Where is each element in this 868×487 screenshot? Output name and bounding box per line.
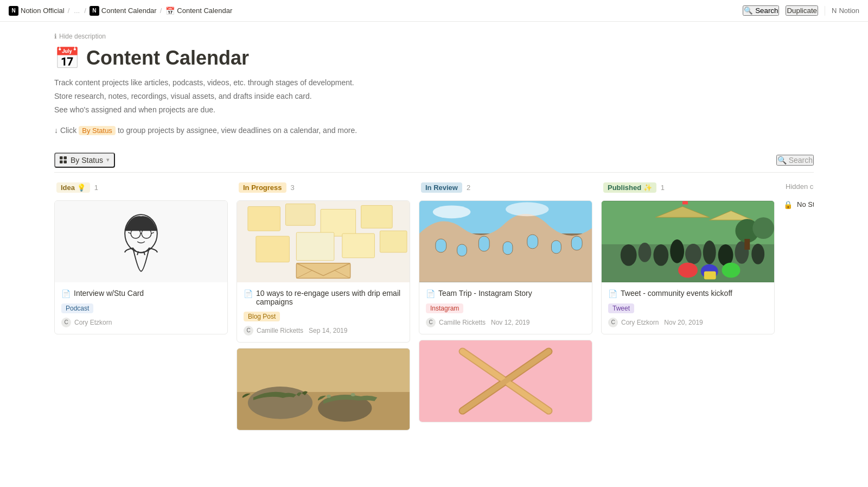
toolbar-left: By Status ▾ bbox=[54, 153, 115, 168]
card-title-text: Interview w/Stu Card bbox=[74, 289, 144, 298]
svg-rect-0 bbox=[60, 156, 63, 160]
card-title-text: Team Trip - Instagram Story bbox=[438, 289, 532, 298]
no-status-item[interactable]: 🔒No Status1 bbox=[783, 198, 814, 211]
hide-description-toggle[interactable]: ℹ Hide description bbox=[54, 33, 814, 40]
svg-rect-18 bbox=[342, 233, 375, 258]
column-label-inreview: In Review bbox=[421, 182, 462, 193]
svg-rect-28 bbox=[436, 239, 446, 252]
column-header-idea: Idea 💡1 bbox=[54, 179, 228, 196]
board-search-button[interactable]: 🔍 Search bbox=[776, 155, 814, 166]
notion-brand-icon: N bbox=[832, 7, 837, 15]
card-body: 📄Team Trip - Instagram StoryInstagramCCa… bbox=[419, 282, 592, 334]
hidden-columns-header: Hidden columns bbox=[783, 179, 814, 194]
svg-rect-2 bbox=[60, 160, 63, 163]
svg-rect-13 bbox=[285, 204, 315, 225]
card[interactable]: 📄Tweet - community events kickoffTweetCC… bbox=[601, 200, 775, 334]
svg-point-35 bbox=[433, 205, 471, 218]
card-author: Cory Etzkorn bbox=[74, 319, 112, 326]
page-content: ℹ Hide description 📅 Content Calendar Tr… bbox=[11, 22, 857, 436]
page-description: Track content projects like articles, po… bbox=[54, 76, 814, 117]
svg-line-9 bbox=[151, 232, 154, 233]
svg-rect-16 bbox=[256, 236, 290, 262]
svg-rect-30 bbox=[478, 236, 489, 251]
svg-rect-1 bbox=[64, 156, 67, 160]
click-hint: ↓ Click By Status to group projects by a… bbox=[54, 126, 814, 135]
toolbar-right: 🔍 Search bbox=[776, 155, 814, 166]
svg-point-26 bbox=[351, 393, 355, 396]
column-idea: Idea 💡1 📄Interview w/Stu CardPodcastCCor bbox=[54, 179, 228, 436]
breadcrumb-content-calendar-page[interactable]: Content Calendar bbox=[177, 7, 232, 15]
column-inprogress: In Progress3 📄10 ways to re-engage users… bbox=[237, 179, 410, 436]
breadcrumb-notion-official[interactable]: Notion Official bbox=[21, 7, 65, 15]
no-status-icon: 🔒 bbox=[783, 200, 793, 209]
card[interactable] bbox=[419, 340, 592, 422]
svg-point-52 bbox=[703, 241, 716, 264]
svg-point-47 bbox=[621, 244, 637, 266]
card-title-text: 10 ways to re-engage users with drip ema… bbox=[256, 289, 403, 306]
avatar: C bbox=[608, 318, 618, 327]
card-tag[interactable]: Podcast bbox=[61, 303, 93, 313]
card-tags: Tweet bbox=[608, 303, 768, 313]
card-date: Nov 20, 2019 bbox=[664, 319, 703, 326]
svg-line-8 bbox=[128, 232, 131, 233]
column-label-inprogress: In Progress bbox=[239, 182, 286, 193]
notion-icon: N bbox=[9, 6, 18, 16]
card-tags: Instagram bbox=[426, 303, 585, 313]
card-meta: CCamille RickettsNov 12, 2019 bbox=[426, 318, 585, 327]
svg-point-62 bbox=[752, 217, 774, 239]
breadcrumb: N Notion Official / ... / N Content Cale… bbox=[9, 6, 232, 16]
card[interactable]: 📄10 ways to re-engage users with drip em… bbox=[237, 200, 410, 343]
card-author: Camille Ricketts bbox=[257, 327, 303, 334]
card-date: Nov 12, 2019 bbox=[491, 319, 529, 326]
svg-rect-15 bbox=[361, 205, 393, 228]
svg-rect-3 bbox=[64, 160, 67, 163]
card-body: 📄Interview w/Stu CardPodcastCCory Etzkor… bbox=[55, 282, 227, 334]
svg-rect-34 bbox=[571, 236, 582, 250]
card[interactable]: 📄Team Trip - Instagram StoryInstagramCCa… bbox=[419, 200, 592, 334]
column-header-published: Published ✨1 bbox=[601, 179, 775, 196]
svg-point-36 bbox=[506, 202, 549, 216]
svg-rect-46 bbox=[682, 201, 688, 204]
document-icon: 📄 bbox=[426, 289, 435, 298]
card-title-text: Tweet - community events kickoff bbox=[621, 289, 732, 298]
svg-rect-17 bbox=[296, 232, 334, 261]
document-icon: 📄 bbox=[61, 289, 71, 298]
page-emoji: 📅 bbox=[54, 48, 80, 68]
svg-rect-22 bbox=[237, 349, 410, 392]
by-status-pill[interactable]: By Status bbox=[79, 126, 116, 135]
svg-rect-31 bbox=[503, 242, 513, 255]
column-count-inprogress: 3 bbox=[291, 184, 295, 192]
card[interactable]: 📄Interview w/Stu CardPodcastCCory Etzkor… bbox=[54, 200, 228, 334]
breadcrumb-content-calendar[interactable]: Content Calendar bbox=[101, 7, 157, 15]
page-title-row: 📅 Content Calendar bbox=[54, 47, 814, 69]
card-tag[interactable]: Blog Post bbox=[244, 312, 280, 321]
column-header-inreview: In Review2 bbox=[419, 179, 592, 196]
avatar: C bbox=[61, 318, 71, 327]
card-tag[interactable]: Tweet bbox=[608, 303, 634, 313]
no-status-label: No Status bbox=[797, 200, 814, 208]
column-count-idea: 1 bbox=[94, 184, 98, 192]
duplicate-button[interactable]: Duplicate bbox=[786, 5, 818, 16]
column-header-inprogress: In Progress3 bbox=[237, 179, 410, 196]
svg-point-53 bbox=[718, 244, 733, 266]
svg-rect-19 bbox=[380, 231, 407, 252]
by-status-button[interactable]: By Status ▾ bbox=[54, 153, 115, 168]
column-count-published: 1 bbox=[661, 184, 665, 192]
page-title: Content Calendar bbox=[86, 47, 249, 69]
search-icon: 🔍 bbox=[744, 7, 753, 15]
card-author: Camille Ricketts bbox=[439, 319, 486, 326]
card-body: 📄Tweet - community events kickoffTweetCC… bbox=[602, 282, 774, 334]
column-inreview: In Review2 📄Team Trip - Instagram StoryI… bbox=[419, 179, 592, 436]
card-title: 📄Tweet - community events kickoff bbox=[608, 289, 768, 298]
board: Idea 💡1 📄Interview w/Stu CardPodcastCCor bbox=[54, 173, 814, 436]
grid-view-icon bbox=[60, 156, 67, 164]
svg-rect-12 bbox=[248, 206, 280, 231]
card[interactable] bbox=[237, 348, 410, 431]
card-tag[interactable]: Instagram bbox=[426, 303, 463, 313]
search-button[interactable]: 🔍 Search bbox=[743, 5, 779, 16]
svg-rect-32 bbox=[527, 235, 538, 249]
column-published: Published ✨1 bbox=[601, 179, 775, 436]
card-title: 📄Team Trip - Instagram Story bbox=[426, 289, 585, 298]
document-icon: 📄 bbox=[608, 289, 617, 298]
column-label-published: Published ✨ bbox=[603, 182, 656, 193]
